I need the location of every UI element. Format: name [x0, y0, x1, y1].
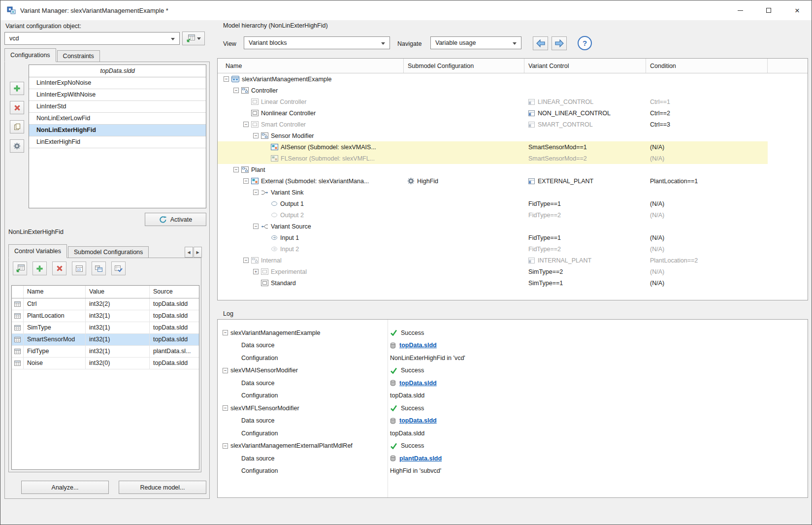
hierarchy-row[interactable]: Input 1FidType==1(N/A) — [218, 232, 768, 243]
collapse-icon[interactable]: − — [243, 178, 249, 184]
hierarchy-row[interactable]: −slexVariantManagementExample — [218, 73, 768, 85]
data-source-link[interactable]: plantData.sldd — [399, 455, 442, 462]
variable-row-smartsensormod[interactable]: SmartSensorModint32(1)topData.sldd — [12, 334, 199, 346]
help-button[interactable]: ? — [578, 36, 592, 50]
log-row[interactable]: Data sourcetopData.sldd — [218, 415, 808, 427]
tab-constraints[interactable]: Constraints — [57, 50, 100, 62]
hierarchy-column-header-condition[interactable]: Condition — [646, 59, 768, 73]
log-row[interactable]: ConfigurationtopData.sldd — [218, 427, 808, 440]
hierarchy-row[interactable]: −Variant Source — [218, 221, 768, 232]
maximize-button[interactable] — [754, 0, 783, 20]
log-row[interactable]: −slexVMAISensorModifierSuccess — [218, 364, 808, 377]
analyze-button[interactable]: Analyze... — [21, 481, 109, 494]
navigate-combo[interactable]: Variable usage — [430, 36, 521, 49]
log-row[interactable]: −slexVariantManagementExampleSuccess — [218, 327, 808, 339]
view-combo[interactable]: Variant blocks — [244, 36, 390, 49]
configuration-item[interactable]: NonLinExterHighFid — [29, 125, 206, 136]
hierarchy-column-header-submodel-configuration[interactable]: Submodel Configuration — [404, 59, 524, 73]
collapse-icon[interactable]: − — [233, 167, 239, 172]
collapse-icon[interactable]: − — [243, 258, 249, 263]
collapse-icon[interactable]: − — [253, 190, 259, 195]
log-row[interactable]: −slexVariantManagementExternalPlantMdlRe… — [218, 440, 808, 453]
log-row[interactable]: ConfigurationNonLinExterHighFid in 'vcd' — [218, 352, 808, 364]
navigate-back-button[interactable] — [533, 36, 548, 50]
tab-configurations[interactable]: Configurations — [4, 48, 56, 62]
configuration-item[interactable]: LinExterHighFid — [29, 136, 206, 148]
hierarchy-row[interactable]: Nonlinear ControllerNON_LINEAR_CONTROLCt… — [218, 107, 768, 119]
collapse-icon[interactable]: − — [223, 330, 228, 335]
tab-control-variables[interactable]: Control Variables — [8, 244, 67, 258]
variables-column-header-source[interactable]: Source — [150, 286, 199, 298]
reduce-model-button[interactable]: Reduce model... — [119, 481, 206, 494]
hierarchy-row[interactable]: FLSensor (Submodel: slexVMFL...SmartSens… — [218, 153, 768, 164]
log-row[interactable]: ConfigurationtopData.sldd — [218, 390, 808, 402]
variable-row-fidtype[interactable]: FidTypeint32(1)plantData.sl... — [12, 346, 199, 358]
hierarchy-row[interactable]: AISensor (Submodel: slexVMAIS...SmartSen… — [218, 141, 768, 153]
hierarchy-row[interactable]: −Controller — [218, 85, 768, 96]
config-object-combo[interactable]: vcd — [4, 32, 180, 45]
hierarchy-row[interactable]: Input 2FidType==2(N/A) — [218, 243, 768, 255]
log-row[interactable]: −slexVMFLSensorModifierSuccess — [218, 402, 808, 415]
expand-icon[interactable]: + — [253, 269, 259, 274]
variable-row-plantlocation[interactable]: PlantLocationint32(1)topData.sldd — [12, 310, 199, 322]
hierarchy-row[interactable]: StandardSimType==1(N/A) — [218, 277, 768, 289]
validate-variables-button[interactable] — [111, 262, 126, 275]
variable-row-simtype[interactable]: SimTypeint32(1)topData.sldd — [12, 322, 199, 334]
variable-row-noise[interactable]: Noiseint32(0)topData.sldd — [12, 358, 199, 369]
tab-scroll-right-button[interactable]: ▶ — [194, 247, 202, 258]
data-source-link[interactable]: topData.sldd — [399, 417, 437, 424]
tab-submodel-configurations[interactable]: Submodel Configurations — [68, 246, 149, 258]
collapse-icon[interactable]: − — [233, 88, 239, 93]
log-row[interactable]: ConfigurationHighFid in 'subvcd' — [218, 465, 808, 478]
log-row[interactable]: Data sourcetopData.sldd — [218, 377, 808, 390]
collapse-icon[interactable]: − — [253, 133, 259, 138]
collapse-icon[interactable]: − — [223, 368, 228, 373]
hierarchy-row[interactable]: −External (Submodel: slexVariantMana...H… — [218, 175, 768, 187]
copy-configuration-button[interactable] — [10, 120, 24, 133]
close-button[interactable]: × — [783, 0, 812, 20]
variable-row-ctrl[interactable]: Ctrlint32(2)topData.sldd — [12, 298, 199, 310]
tab-scroll-left-button[interactable]: ◀ — [185, 247, 193, 258]
hierarchy-row[interactable]: −Smart ControllerSMART_CONTROLCtrl==3 — [218, 119, 768, 130]
hierarchy-row[interactable]: Output 1FidType==1(N/A) — [218, 198, 768, 209]
hierarchy-column-header-variant-control[interactable]: Variant Control — [524, 59, 646, 73]
configuration-item[interactable]: NonLinExterLowFid — [29, 113, 206, 125]
collapse-icon[interactable]: − — [224, 76, 229, 82]
configuration-settings-button[interactable] — [10, 139, 24, 153]
hierarchy-row[interactable]: −Plant — [218, 164, 768, 175]
collapse-icon[interactable]: − — [243, 122, 249, 127]
data-source-link[interactable]: topData.sldd — [399, 380, 437, 387]
navigate-forward-button[interactable] — [552, 36, 567, 50]
import-variables-button[interactable] — [13, 262, 27, 275]
hierarchy-row[interactable]: −Sensor Modifier — [218, 130, 768, 141]
hierarchy-column-header-name[interactable]: Name — [218, 59, 404, 73]
hierarchy-row[interactable]: +ExperimentalSimType==2(N/A) — [218, 266, 768, 277]
hierarchy-row[interactable]: Linear ControllerLINEAR_CONTROLCtrl==1 — [218, 96, 768, 107]
activate-button[interactable]: Activate — [145, 213, 206, 226]
variables-column-header-value[interactable]: Value — [86, 286, 150, 298]
add-variable-button[interactable] — [32, 262, 47, 275]
delete-variable-button[interactable] — [52, 262, 66, 275]
config-object-actions-button[interactable] — [182, 32, 205, 45]
configuration-item[interactable]: LinInterExpNoNoise — [29, 77, 206, 89]
delete-configuration-button[interactable] — [10, 101, 24, 114]
log-row[interactable]: Data sourcetopData.sldd — [218, 339, 808, 352]
copy-variables-button[interactable] — [92, 262, 106, 275]
configuration-item[interactable]: LinInterExpWithNoise — [29, 89, 206, 101]
collapse-icon[interactable]: − — [223, 405, 228, 411]
minimize-button[interactable] — [726, 0, 754, 20]
check-icon — [390, 329, 397, 336]
collapse-icon[interactable]: − — [253, 224, 259, 229]
collapse-icon[interactable]: − — [223, 443, 228, 449]
hierarchy-row[interactable]: −Variant Sink — [218, 187, 768, 198]
view-source-button[interactable]: 10 — [72, 262, 86, 275]
add-configuration-button[interactable] — [10, 82, 24, 95]
data-source-link[interactable]: topData.sldd — [399, 342, 437, 349]
configuration-item[interactable]: LinInterStd — [29, 101, 206, 113]
variables-column-header-name[interactable]: Name — [24, 286, 86, 298]
database-icon — [390, 380, 396, 386]
log-row[interactable]: Data sourceplantData.sldd — [218, 452, 808, 465]
check-icon — [390, 405, 397, 411]
hierarchy-row[interactable]: −InternalINTERNAL_PLANTPlantLocation==2 — [218, 255, 768, 266]
hierarchy-row[interactable]: Output 2FidType==2(N/A) — [218, 209, 768, 221]
